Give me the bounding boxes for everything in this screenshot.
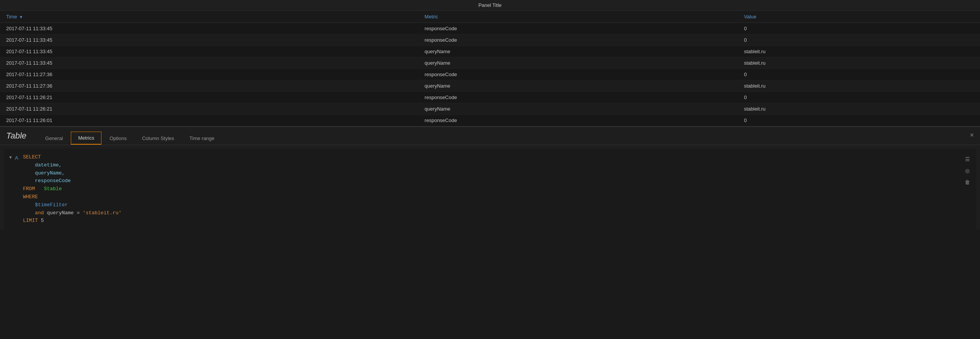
data-table: Time ▼ Metric Value 2017-07-11 11:33:45r… [0, 11, 980, 126]
sql-and-condition: and queryName = 'stableit.ru' [23, 209, 959, 217]
cell-metric: responseCode [418, 69, 738, 80]
table-row: 2017-07-11 11:33:45queryNamestableit.ru [0, 57, 980, 69]
cell-value: stableit.ru [738, 57, 980, 69]
cell-time: 2017-07-11 11:27:36 [0, 80, 418, 92]
keyword-limit: LIMIT [23, 218, 38, 223]
col-header-time[interactable]: Time ▼ [0, 11, 418, 23]
cell-metric: responseCode [418, 34, 738, 46]
delete-icon[interactable]: 🗑 [963, 178, 972, 186]
table-row: 2017-07-11 11:33:45responseCode0 [0, 23, 980, 34]
cell-metric: responseCode [418, 92, 738, 103]
cell-value: stableit.ru [738, 80, 980, 92]
sql-where: WHERE [23, 193, 959, 201]
table-row: 2017-07-11 11:33:45responseCode0 [0, 34, 980, 46]
eye-icon[interactable]: ◎ [963, 166, 972, 175]
col-header-metric[interactable]: Metric [418, 11, 738, 23]
sql-from: FROM Stable [23, 185, 959, 193]
cell-time: 2017-07-11 11:33:45 [0, 23, 418, 34]
table-header-row: Time ▼ Metric Value [0, 11, 980, 23]
list-icon[interactable]: ☰ [963, 155, 972, 163]
cell-value: 0 [738, 115, 980, 126]
keyword-and: and [23, 210, 44, 216]
field-queryname: queryName, [23, 170, 65, 176]
field-responsecode: responseCode [23, 178, 71, 184]
tab-options[interactable]: Options [102, 132, 134, 145]
keyword-from: FROM [23, 186, 35, 192]
cell-metric: queryName [418, 46, 738, 57]
cell-time: 2017-07-11 11:33:45 [0, 57, 418, 69]
sql-field-datetime: datetime, [23, 161, 959, 170]
tab-time-range[interactable]: Time range [182, 132, 222, 145]
keyword-where: WHERE [23, 194, 38, 200]
sql-timefilter: $timeFilter [23, 201, 959, 209]
table-wrapper[interactable]: Time ▼ Metric Value 2017-07-11 11:33:45r… [0, 11, 980, 126]
tabs-container: General Metrics Options Column Styles Ti… [38, 131, 222, 144]
table-row: 2017-07-11 11:26:21responseCode0 [0, 92, 980, 103]
tab-column-styles[interactable]: Column Styles [135, 132, 181, 145]
table-row: 2017-07-11 11:26:21queryNamestableit.ru [0, 103, 980, 115]
panel-title: Panel Title [479, 2, 502, 8]
table-row: 2017-07-11 11:27:36queryNamestableit.ru [0, 80, 980, 92]
condition-queryname: queryName = [47, 210, 83, 216]
cell-time: 2017-07-11 11:33:45 [0, 46, 418, 57]
cell-time: 2017-07-11 11:26:21 [0, 103, 418, 115]
keyword-select: SELECT [23, 154, 41, 160]
query-letter: A [15, 155, 18, 161]
cell-value: 0 [738, 23, 980, 34]
sql-field-responsecode: responseCode [23, 177, 959, 185]
limit-value: 5 [41, 218, 44, 223]
cell-time: 2017-07-11 11:26:01 [0, 115, 418, 126]
close-button[interactable]: × [970, 132, 974, 139]
cell-metric: queryName [418, 57, 738, 69]
query-label: ▼ A [4, 153, 23, 162]
editor-header: Table General Metrics Options Column Sty… [0, 127, 980, 145]
cell-metric: responseCode [418, 115, 738, 126]
sql-select: SELECT [23, 153, 959, 161]
tab-metrics[interactable]: Metrics [71, 132, 101, 145]
cell-metric: responseCode [418, 23, 738, 34]
cell-value: stableit.ru [738, 103, 980, 115]
cell-metric: queryName [418, 80, 738, 92]
panel-title-bar: Panel Title [0, 0, 980, 11]
string-stableit: 'stableit.ru' [83, 210, 121, 216]
cell-value: 0 [738, 34, 980, 46]
var-timefilter: $timeFilter [23, 202, 68, 208]
cell-time: 2017-07-11 11:26:21 [0, 92, 418, 103]
cell-value: 0 [738, 92, 980, 103]
cell-value: stableit.ru [738, 46, 980, 57]
cell-time: 2017-07-11 11:27:36 [0, 69, 418, 80]
table-row: 2017-07-11 11:33:45queryNamestableit.ru [0, 46, 980, 57]
editor-section: Table General Metrics Options Column Sty… [0, 126, 980, 230]
sql-limit: LIMIT 5 [23, 217, 959, 225]
query-actions: ☰ ◎ 🗑 [959, 153, 976, 188]
sql-field-queryname: queryName, [23, 170, 959, 178]
query-arrow-icon[interactable]: ▼ [8, 155, 13, 160]
cell-time: 2017-07-11 11:33:45 [0, 34, 418, 46]
query-area: ▼ A SELECT datetime, queryName, response… [4, 149, 976, 230]
cell-metric: queryName [418, 103, 738, 115]
table-row: 2017-07-11 11:26:01responseCode0 [0, 115, 980, 126]
data-table-section: Time ▼ Metric Value 2017-07-11 11:33:45r… [0, 11, 980, 126]
sort-arrow-icon: ▼ [19, 15, 23, 19]
table-body: 2017-07-11 11:33:45responseCode02017-07-… [0, 23, 980, 126]
table-row: 2017-07-11 11:27:36responseCode0 [0, 69, 980, 80]
query-code: SELECT datetime, queryName, responseCode… [23, 153, 959, 225]
table-ref-stable: Stable [44, 186, 62, 192]
editor-title: Table [6, 131, 26, 145]
tab-general[interactable]: General [38, 132, 70, 145]
col-header-value[interactable]: Value [738, 11, 980, 23]
field-datetime: datetime, [23, 162, 62, 168]
cell-value: 0 [738, 69, 980, 80]
